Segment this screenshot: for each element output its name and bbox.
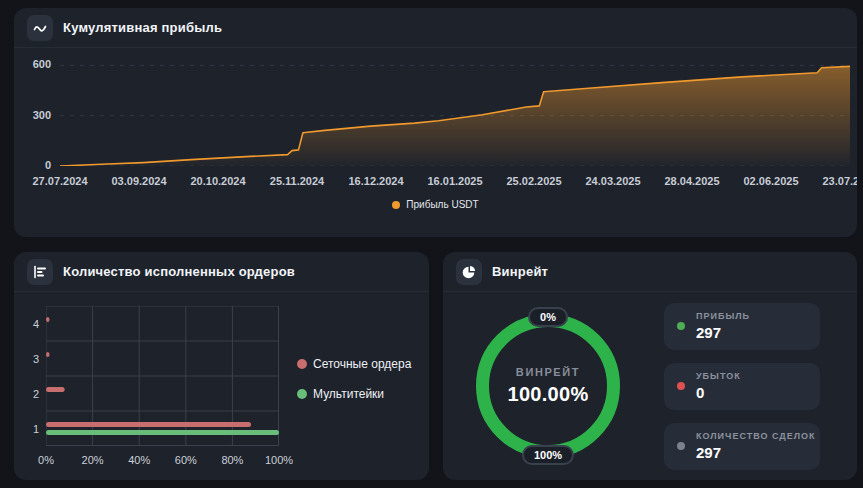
stat-text: КОЛИЧЕСТВО СДЕЛОК297 — [696, 431, 816, 461]
profit-chart-svg[interactable] — [60, 62, 850, 166]
bar-Сеточные ордера-cat3[interactable] — [46, 352, 50, 357]
x-axis-label: 20.10.2024 — [190, 175, 245, 187]
orders-chart-plot[interactable] — [46, 306, 279, 446]
orders-chart-svg[interactable] — [46, 306, 279, 446]
profit-area-fill — [60, 66, 850, 166]
percent-axis-label: 80% — [221, 454, 243, 466]
bottom-row: Количество исполненных ордеров 4321 0%20… — [14, 252, 857, 480]
orders-chart-area: 4321 0%20%40%60%80%100% Сеточные ордераМ… — [14, 292, 429, 472]
profit-chart-area: 0300600 — [14, 48, 857, 166]
panel-title-executed-orders: Количество исполненных ордеров — [63, 264, 295, 279]
x-axis-label: 02.06.2025 — [743, 175, 798, 187]
line-chart-icon — [27, 15, 53, 41]
stat-value: 0 — [696, 384, 741, 401]
orders-bar-main: 4321 — [24, 306, 279, 446]
profit-chart-plot[interactable] — [60, 62, 850, 166]
legend-dot — [297, 389, 307, 399]
y-axis-label: 300 — [33, 109, 51, 121]
percent-axis-label: 20% — [82, 454, 104, 466]
stat-text: УБЫТОК0 — [696, 371, 741, 401]
percent-axis-label: 60% — [175, 454, 197, 466]
stat-label: КОЛИЧЕСТВО СДЕЛОК — [696, 431, 816, 441]
x-axis-label: 28.04.2025 — [664, 175, 719, 187]
stat-value: 297 — [696, 444, 816, 461]
x-axis-label: 25.02.2025 — [506, 175, 561, 187]
stat-text: ПРИБЫЛЬ297 — [696, 311, 750, 341]
stat-card-trades: КОЛИЧЕСТВО СДЕЛОК297 — [664, 423, 820, 470]
legend-item-profit-usdt[interactable]: Прибыль USDT — [392, 199, 478, 210]
x-axis-label: 16.12.2024 — [348, 175, 403, 187]
profit-chart-x-axis: 27.07.202403.09.202420.10.202425.11.2024… — [60, 166, 850, 196]
x-axis-label: 16.01.2025 — [427, 175, 482, 187]
executed-orders-header: Количество исполненных ордеров — [14, 252, 429, 292]
winrate-badge-100: 100% — [522, 445, 574, 465]
category-label: 1 — [33, 423, 39, 435]
legend-label: Сеточные ордера — [313, 357, 411, 371]
stat-dot-profit — [677, 322, 685, 330]
x-axis-label: 25.11.2024 — [270, 175, 324, 187]
bar-chart-icon — [27, 259, 53, 285]
cumulative-profit-header: Кумулятивная прибыль — [14, 8, 857, 48]
stat-label: УБЫТОК — [696, 371, 741, 381]
y-axis-label: 0 — [45, 159, 51, 171]
x-axis-label: 03.09.2024 — [111, 175, 166, 187]
winrate-stats: ПРИБЫЛЬ297УБЫТОК0КОЛИЧЕСТВО СДЕЛОК297 — [664, 303, 820, 470]
percent-axis-label: 100% — [265, 454, 293, 466]
category-label: 2 — [33, 388, 39, 400]
winrate-panel: Винрейт 0% ВИНРЕЙТ 100.00% 100% ПРИБЫЛЬ2… — [443, 252, 857, 480]
winrate-body: 0% ВИНРЕЙТ 100.00% 100% ПРИБЫЛЬ297УБЫТОК… — [443, 292, 857, 480]
stat-label: ПРИБЫЛЬ — [696, 311, 750, 321]
orders-chart-legend: Сеточные ордераМультитейки — [279, 306, 419, 472]
profit-chart-y-axis: 0300600 — [22, 62, 60, 166]
x-axis-label: 27.07.2024 — [32, 175, 87, 187]
legend-item-series[interactable]: Мультитейки — [297, 387, 419, 401]
legend-item-series[interactable]: Сеточные ордера — [297, 357, 419, 371]
panel-title-winrate: Винрейт — [492, 264, 548, 279]
bar-Сеточные ордера-cat4[interactable] — [46, 317, 50, 322]
pie-chart-icon — [456, 259, 482, 285]
bar-Сеточные ордера-cat1[interactable] — [46, 422, 251, 427]
orders-chart-y-axis: 4321 — [24, 306, 46, 446]
y-axis-label: 600 — [33, 58, 51, 70]
dashboard: Кумулятивная прибыль 0300600 27.07.20240… — [0, 0, 863, 488]
stat-dot-trades — [677, 442, 685, 450]
legend-dot — [392, 201, 400, 209]
stat-card-loss: УБЫТОК0 — [664, 363, 820, 410]
orders-chart-x-axis: 0%20%40%60%80%100% — [46, 446, 279, 472]
percent-axis-label: 40% — [128, 454, 150, 466]
stat-dot-loss — [677, 382, 685, 390]
category-label: 4 — [33, 318, 39, 330]
winrate-header: Винрейт — [443, 252, 857, 292]
stat-card-profit: ПРИБЫЛЬ297 — [664, 303, 820, 350]
x-axis-label: 24.03.2025 — [585, 175, 640, 187]
legend-label: Прибыль USDT — [406, 199, 478, 210]
x-axis-label: 23.07.2025 — [822, 175, 857, 187]
stat-value: 297 — [696, 324, 750, 341]
bar-Мультитейки-cat1[interactable] — [46, 430, 279, 435]
legend-dot — [297, 359, 307, 369]
category-label: 3 — [33, 353, 39, 365]
percent-axis-label: 0% — [38, 454, 54, 466]
winrate-value: 100.00% — [507, 383, 588, 406]
winrate-label: ВИНРЕЙТ — [516, 366, 580, 378]
winrate-badge-0: 0% — [528, 307, 568, 327]
profit-chart-legend: Прибыль USDT — [14, 199, 857, 210]
executed-orders-panel: Количество исполненных ордеров 4321 0%20… — [14, 252, 429, 480]
bar-Сеточные ордера-cat2[interactable] — [46, 387, 65, 392]
winrate-donut[interactable]: 0% ВИНРЕЙТ 100.00% 100% — [473, 311, 623, 461]
panel-title-cumulative-profit: Кумулятивная прибыль — [63, 20, 222, 35]
cumulative-profit-panel: Кумулятивная прибыль 0300600 27.07.20240… — [14, 8, 857, 237]
winrate-center: ВИНРЕЙТ 100.00% — [473, 311, 623, 461]
orders-bar-zone: 4321 0%20%40%60%80%100% — [24, 306, 279, 472]
legend-label: Мультитейки — [313, 387, 384, 401]
